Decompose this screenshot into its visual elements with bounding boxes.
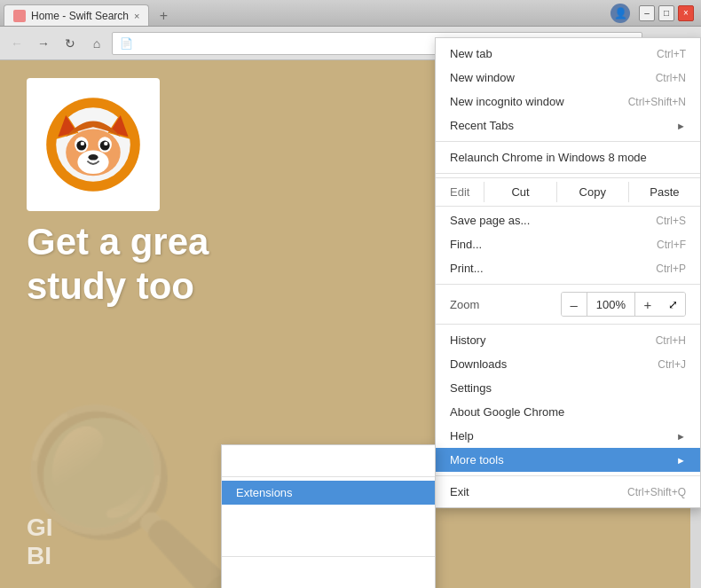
submenu-item-encoding[interactable]: Encoding ► <box>222 561 435 584</box>
close-button[interactable]: × <box>678 5 694 21</box>
svg-point-7 <box>77 151 108 174</box>
menu-item-about[interactable]: About Google Chrome <box>436 400 700 424</box>
print-shortcut: Ctrl+P <box>656 263 686 275</box>
submenu-separator-1 <box>222 476 435 477</box>
help-label: Help <box>450 429 669 443</box>
save-page-shortcut: Ctrl+S <box>656 215 686 227</box>
recent-tabs-arrow: ► <box>676 121 686 131</box>
submenu-item-task-manager[interactable]: Task manager Shift+Esc <box>222 505 435 529</box>
more-tools-arrow: ► <box>676 455 686 466</box>
fox-logo-svg <box>44 96 142 193</box>
clear-browsing-shortcut: Ctrl+Shift+Del <box>366 535 432 547</box>
tab-title: Home - Swift Search <box>31 10 129 22</box>
menu-item-find[interactable]: Find... Ctrl+F <box>436 232 700 256</box>
recent-tabs-label: Recent Tabs <box>450 119 669 132</box>
clear-browsing-label: Clear browsing data... <box>236 534 348 547</box>
submenu-more-tools: Create application shortcuts... Extensio… <box>221 444 436 588</box>
zoom-label: Zoom <box>450 298 561 311</box>
submenu-item-extensions[interactable]: Extensions <box>222 481 435 505</box>
submenu-item-clear-browsing[interactable]: Clear browsing data... Ctrl+Shift+Del <box>222 529 435 553</box>
separator-1 <box>436 141 700 142</box>
menu-item-new-window[interactable]: New window Ctrl+N <box>436 66 700 90</box>
separator-4 <box>436 324 700 325</box>
menu-item-print[interactable]: Print... Ctrl+P <box>436 256 700 280</box>
new-window-label: New window <box>450 71 638 84</box>
extensions-label: Extensions <box>236 486 421 499</box>
about-label: About Google Chrome <box>450 405 686 419</box>
menu-item-history[interactable]: History Ctrl+H <box>436 328 700 352</box>
zoom-controls: – 100% + ⤢ <box>561 292 686 317</box>
svg-point-13 <box>104 142 107 145</box>
maximize-button[interactable]: □ <box>658 5 674 21</box>
menu-item-help[interactable]: Help ► <box>436 424 700 448</box>
menu-item-exit[interactable]: Exit Ctrl+Shift+Q <box>436 480 700 504</box>
encoding-label: Encoding <box>236 566 404 579</box>
svg-point-12 <box>81 142 84 145</box>
menu-item-downloads[interactable]: Downloads Ctrl+J <box>436 352 700 376</box>
big-text-line1: Get a grea <box>27 220 209 264</box>
exit-label: Exit <box>450 485 610 498</box>
svg-point-14 <box>89 154 98 161</box>
new-incognito-label: New incognito window <box>450 95 610 108</box>
zoom-row: Zoom – 100% + ⤢ <box>436 288 700 320</box>
menu-item-save-page[interactable]: Save page as... Ctrl+S <box>436 208 700 232</box>
find-label: Find... <box>450 238 639 251</box>
active-tab[interactable]: Home - Swift Search × <box>4 4 149 26</box>
menu-item-new-incognito[interactable]: New incognito window Ctrl+Shift+N <box>436 90 700 114</box>
reload-button[interactable]: ↻ <box>59 32 82 55</box>
relaunch-label: Relaunch Chrome in Windows 8 mode <box>450 151 686 164</box>
minimize-button[interactable]: – <box>639 5 655 21</box>
big-hero-text: Get a grea study too <box>27 220 209 310</box>
chrome-menu: New tab Ctrl+T New window Ctrl+N New inc… <box>435 37 701 508</box>
create-shortcuts-label: Create application shortcuts... <box>236 454 421 467</box>
task-manager-label: Task manager <box>236 510 358 523</box>
settings-label: Settings <box>450 381 686 395</box>
history-shortcut: Ctrl+H <box>656 334 686 347</box>
edit-label: Edit <box>436 185 484 199</box>
separator-3 <box>436 284 700 285</box>
new-tab-button[interactable]: + <box>151 6 176 26</box>
back-button[interactable]: ← <box>5 32 28 55</box>
forward-button[interactable]: → <box>32 32 55 55</box>
submenu-item-view-source[interactable]: View source Ctrl+U <box>222 584 435 588</box>
menu-item-settings[interactable]: Settings <box>436 376 700 400</box>
home-button[interactable]: ⌂ <box>85 32 108 55</box>
menu-item-relaunch[interactable]: Relaunch Chrome in Windows 8 mode <box>436 145 700 169</box>
copy-button[interactable]: Copy <box>556 182 628 202</box>
zoom-minus-button[interactable]: – <box>562 293 587 316</box>
help-arrow: ► <box>676 431 686 442</box>
zoom-plus-button[interactable]: + <box>635 293 660 316</box>
tab-area: Home - Swift Search × + <box>4 0 610 26</box>
new-tab-label: New tab <box>450 47 639 60</box>
menu-item-new-tab[interactable]: New tab Ctrl+T <box>436 42 700 66</box>
paste-button[interactable]: Paste <box>628 182 700 202</box>
submenu-separator-2 <box>222 556 435 557</box>
submenu-item-create-shortcuts[interactable]: Create application shortcuts... <box>222 449 435 473</box>
title-bar: Home - Swift Search × + 👤 – □ × <box>0 0 701 27</box>
save-page-label: Save page as... <box>450 214 638 227</box>
big-text-line2: study too <box>27 264 209 309</box>
new-tab-shortcut: Ctrl+T <box>657 48 686 60</box>
downloads-label: Downloads <box>450 357 640 371</box>
zoom-expand-button[interactable]: ⤢ <box>660 293 685 316</box>
bottom-left-text: GI BI <box>27 514 53 570</box>
new-window-shortcut: Ctrl+N <box>656 72 686 84</box>
history-label: History <box>450 333 638 347</box>
separator-5 <box>436 475 700 476</box>
zoom-value: 100% <box>587 293 635 316</box>
menu-item-recent-tabs[interactable]: Recent Tabs ► <box>436 114 700 137</box>
encoding-arrow: ► <box>411 568 421 578</box>
separator-2 <box>436 173 700 174</box>
task-manager-shortcut: Shift+Esc <box>375 511 421 523</box>
exit-shortcut: Ctrl+Shift+Q <box>627 486 686 498</box>
cut-button[interactable]: Cut <box>484 182 555 202</box>
print-label: Print... <box>450 262 638 275</box>
logo-box <box>27 78 160 211</box>
title-bar-controls: 👤 – □ × <box>610 4 697 23</box>
menu-item-more-tools[interactable]: More tools ► Create application shortcut… <box>436 448 700 472</box>
edit-row: Edit Cut Copy Paste <box>436 177 700 207</box>
bottom-left-line2: BI <box>27 542 53 570</box>
user-icon[interactable]: 👤 <box>610 4 630 23</box>
downloads-shortcut: Ctrl+J <box>658 358 686 371</box>
tab-close-button[interactable]: × <box>134 11 139 21</box>
